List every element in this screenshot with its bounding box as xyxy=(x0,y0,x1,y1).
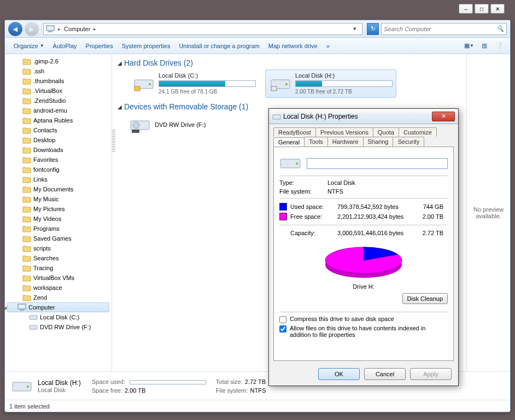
tree-drive-item[interactable]: DVD RW Drive (F:) xyxy=(5,322,112,332)
toolbar: Organize▼ AutoPlay Properties System pro… xyxy=(5,38,510,54)
tree-folder-item[interactable]: Downloads xyxy=(5,145,112,155)
search-input[interactable] xyxy=(384,26,496,32)
drive-icon xyxy=(29,323,38,331)
splitter-handle[interactable] xyxy=(112,130,115,151)
folder-icon xyxy=(22,57,31,65)
folder-icon xyxy=(22,136,31,144)
tree-folder-item[interactable]: My Music xyxy=(5,194,112,204)
folder-icon xyxy=(22,116,31,124)
index-checkbox[interactable] xyxy=(279,325,286,332)
drive-item[interactable]: Local Disk (C:)24.1 GB free of 78.1 GB xyxy=(128,69,260,98)
tree-folder-item[interactable]: Searches xyxy=(5,253,112,263)
apply-button[interactable]: Apply xyxy=(410,368,452,380)
tree-folder-item[interactable]: Contacts xyxy=(5,125,112,135)
section-hard-disk-drives[interactable]: ◢ Hard Disk Drives (2) xyxy=(118,59,461,67)
folder-icon xyxy=(22,244,31,252)
organize-menu[interactable]: Organize▼ xyxy=(9,40,49,51)
tab-hardware[interactable]: Hardware xyxy=(327,137,364,147)
back-button[interactable]: ◄ xyxy=(8,22,22,36)
tree-folder-item[interactable]: workspace xyxy=(5,283,112,293)
dialog-titlebar[interactable]: Local Disk (H:) Properties ✕ xyxy=(269,109,458,124)
tree-folder-item[interactable]: .ssh xyxy=(5,66,112,76)
capacity-bar xyxy=(159,80,256,87)
minimize-button[interactable]: – xyxy=(459,4,473,14)
tree-folder-item[interactable]: Saved Games xyxy=(5,234,112,243)
tree-folder-item[interactable]: Favorites xyxy=(5,155,112,165)
svg-rect-0 xyxy=(46,26,54,31)
status-bar: 1 item selected xyxy=(5,400,510,412)
refresh-button[interactable]: ↻ xyxy=(367,23,379,35)
tree-folder-item[interactable]: VirtualBox VMs xyxy=(5,273,112,283)
tree-folder-item[interactable]: Programs xyxy=(5,224,112,234)
tree-folder-item[interactable]: .ZendStudio xyxy=(5,96,112,106)
svg-point-16 xyxy=(27,386,29,388)
tree-folder-item[interactable]: Zend xyxy=(5,293,112,302)
volume-label-input[interactable] xyxy=(307,158,448,169)
tree-folder-item[interactable]: .gimp-2.6 xyxy=(5,56,112,66)
properties-button[interactable]: Properties xyxy=(81,40,118,51)
toolbar-overflow[interactable]: » xyxy=(322,40,334,51)
autoplay-button[interactable]: AutoPlay xyxy=(49,40,81,51)
dvd-drive-item[interactable]: DVD RW Drive (F:) xyxy=(155,121,206,128)
index-label[interactable]: Allow files on this drive to have conten… xyxy=(290,325,448,338)
tree-folder-item[interactable]: fontconfig xyxy=(5,165,112,174)
computer-icon xyxy=(46,25,55,33)
cancel-button[interactable]: Cancel xyxy=(364,368,406,380)
tree-folder-item[interactable]: My Videos xyxy=(5,214,112,224)
free-color-swatch xyxy=(279,213,287,220)
compress-label[interactable]: Compress this drive to save disk space xyxy=(290,316,394,322)
tab-panel-general: Type:Local Disk File system:NTFS Used sp… xyxy=(273,147,454,361)
view-options-button[interactable]: ▦▼ xyxy=(463,41,475,51)
capacity-bar xyxy=(295,80,393,87)
tree-folder-item[interactable]: .VirtualBox xyxy=(5,86,112,96)
tree-folder-item[interactable]: .thumbnails xyxy=(5,76,112,86)
drive-item[interactable]: Local Disk (H:)2.00 TB free of 2.72 TB xyxy=(265,69,396,98)
folder-icon xyxy=(22,126,31,134)
tab-quota[interactable]: Quota xyxy=(373,127,399,137)
tree-drive-item[interactable]: Local Disk (C:) xyxy=(5,312,112,322)
tab-tools[interactable]: Tools xyxy=(304,137,328,147)
maximize-button[interactable]: □ xyxy=(475,4,489,14)
tree-folder-item[interactable]: My Documents xyxy=(5,184,112,194)
folder-icon xyxy=(22,166,31,173)
tree-folder-item[interactable]: My Pictures xyxy=(5,204,112,214)
close-button[interactable]: ✕ xyxy=(490,4,505,14)
disk-cleanup-button[interactable]: Disk Cleanup xyxy=(402,293,448,304)
preview-pane-toggle[interactable]: ▥ xyxy=(478,41,490,51)
tab-security[interactable]: Security xyxy=(393,137,424,147)
svg-rect-17 xyxy=(273,115,280,119)
tree-folder-item[interactable]: android-emu xyxy=(5,106,112,115)
folder-icon xyxy=(22,235,31,242)
ok-button[interactable]: OK xyxy=(318,368,360,380)
folder-tree[interactable]: .gimp-2.6.ssh.thumbnails.VirtualBox.Zend… xyxy=(5,54,112,371)
tree-folder-item[interactable]: Links xyxy=(5,174,112,184)
tree-folder-item[interactable]: Tracing xyxy=(5,263,112,273)
folder-icon xyxy=(22,195,31,203)
collapse-icon: ◢ xyxy=(118,104,122,110)
folder-icon xyxy=(22,284,31,291)
help-button[interactable]: ❔ xyxy=(494,41,506,51)
tree-folder-item[interactable]: scripts xyxy=(5,243,112,253)
collapse-icon[interactable]: ◢ xyxy=(5,305,9,310)
address-bar[interactable]: ▸ Computer ▸ ▾ xyxy=(43,23,362,35)
dialog-close-button[interactable]: ✕ xyxy=(432,112,455,121)
breadcrumb-computer[interactable]: Computer xyxy=(62,26,92,32)
tab-readyboost[interactable]: ReadyBoost xyxy=(273,127,316,137)
chevron-down-icon: ▼ xyxy=(40,43,44,48)
tab-general[interactable]: General xyxy=(273,137,305,147)
tab-previous-versions[interactable]: Previous Versions xyxy=(315,127,373,137)
system-properties-button[interactable]: System properties xyxy=(118,40,175,51)
search-box[interactable]: 🔍 xyxy=(381,23,507,35)
tree-folder-item[interactable]: Aptana Rubles xyxy=(5,115,112,125)
uninstall-button[interactable]: Uninstall or change a program xyxy=(174,40,264,51)
tree-computer[interactable]: ◢Computer xyxy=(7,302,109,312)
folder-icon xyxy=(22,77,31,85)
folder-icon xyxy=(22,274,31,282)
tree-folder-item[interactable]: Desktop xyxy=(5,135,112,145)
map-drive-button[interactable]: Map network drive xyxy=(264,40,322,51)
tab-customize[interactable]: Customize xyxy=(399,127,437,137)
forward-button[interactable]: ► xyxy=(25,22,39,36)
compress-checkbox[interactable] xyxy=(279,316,286,323)
address-dropdown[interactable]: ▾ xyxy=(350,23,360,35)
tab-sharing[interactable]: Sharing xyxy=(363,137,394,147)
